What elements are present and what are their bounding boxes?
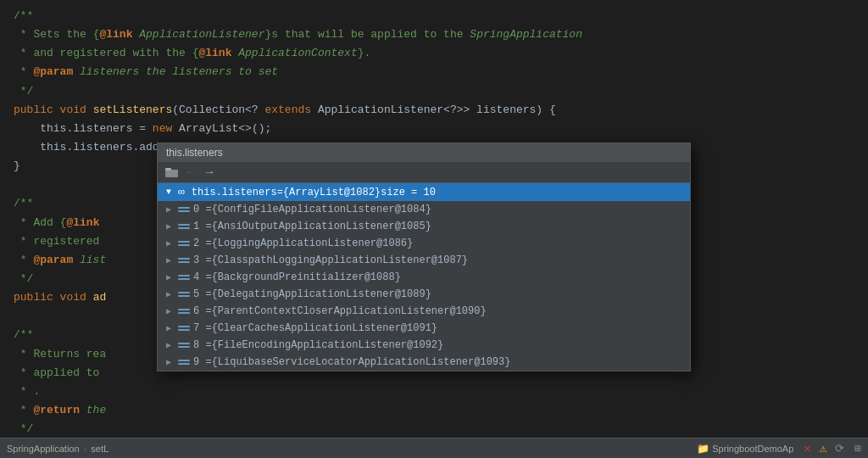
breadcrumb: SpringApplication › setL — [7, 444, 108, 454]
list-icon-1 — [178, 221, 190, 232]
code-line-5: */ — [0, 82, 868, 101]
project-name: SpringbootDemoAp — [712, 444, 793, 454]
expand-arrow-2[interactable]: ▶ — [166, 238, 178, 249]
list-icon-6 — [178, 306, 190, 316]
code-line-23: */ — [0, 420, 868, 438]
list-item-5[interactable]: ▶ 5 = {DelegatingApplicationListener@108… — [158, 286, 690, 303]
svg-rect-0 — [165, 170, 178, 177]
index-8: 8 = — [193, 339, 212, 351]
index-0: 0 = — [193, 204, 212, 215]
value-3: {ClasspathLoggingApplicationListener@108… — [212, 254, 468, 266]
folder-icon-small: 📁 — [697, 443, 709, 455]
value-1: {AnsiOutputApplicationListener@1085} — [212, 221, 431, 232]
list-item-8[interactable]: ▶ 8 = {FileEncodingApplicationListener@1… — [158, 337, 690, 354]
value-4: {BackgroundPreinitializer@1088} — [212, 271, 401, 283]
list-icon-0 — [178, 204, 190, 215]
value-2: {LoggingApplicationListener@1086} — [212, 237, 414, 249]
expand-arrow-5[interactable]: ▶ — [166, 289, 178, 299]
infinity-icon: ∞ — [178, 186, 185, 198]
list-icon-7 — [178, 323, 190, 333]
value-9: {LiquibaseServiceLocatorApplicationListe… — [212, 356, 511, 368]
debug-tooltip[interactable]: this.listeners ← → ▼ ∞ this.listeners = — [157, 142, 691, 371]
index-1: 1 = — [193, 221, 212, 232]
value-0: {ConfigFileApplicationListener@1084} — [212, 204, 431, 215]
popup-title: this.listeners — [166, 147, 223, 159]
value-6: {ParentContextCloserApplicationListener@… — [212, 305, 487, 317]
svg-rect-1 — [165, 168, 171, 170]
index-2: 2 = — [193, 237, 212, 249]
root-size: size = 10 — [381, 187, 436, 198]
breadcrumb-class: SpringApplication — [7, 444, 80, 454]
settings-icon[interactable]: ⊞ — [854, 442, 861, 455]
root-equals: = — [277, 187, 283, 198]
expand-arrow-9[interactable]: ▶ — [166, 357, 178, 367]
index-6: 6 = — [193, 305, 212, 317]
project-file: 📁 SpringbootDemoAp — [697, 443, 793, 455]
breadcrumb-method: setL — [91, 444, 108, 454]
popup-title-bar: this.listeners — [158, 143, 690, 162]
statusbar: SpringApplication › setL 📁 SpringbootDem… — [0, 438, 868, 458]
code-line-21: * . — [0, 383, 868, 401]
warning-icon: ⚠ — [820, 441, 826, 455]
root-variable-name: this.listeners — [192, 187, 277, 198]
list-item-9[interactable]: ▶ 9 = {LiquibaseServiceLocatorApplicatio… — [158, 354, 690, 371]
code-line-1: /** — [0, 7, 868, 25]
root-value: {ArrayList@1082} — [283, 187, 381, 198]
error-icon: ✕ — [804, 441, 810, 455]
expand-arrow-1[interactable]: ▶ — [166, 221, 178, 232]
list-icon-2 — [178, 238, 190, 249]
folder-icon[interactable] — [164, 165, 180, 180]
value-5: {DelegatingApplicationListener@1089} — [212, 288, 431, 300]
expand-arrow-0[interactable]: ▶ — [166, 204, 178, 215]
expand-arrow-7[interactable]: ▶ — [166, 323, 178, 333]
code-line-22: * @return the — [0, 401, 868, 420]
popup-toolbar: ← → — [158, 162, 690, 183]
list-icon-8 — [178, 340, 190, 350]
expand-arrow-4[interactable]: ▶ — [166, 272, 178, 282]
variable-list: ▼ ∞ this.listeners = {ArrayList@1082} si… — [158, 183, 690, 371]
index-5: 5 = — [193, 288, 212, 300]
expand-arrow-8[interactable]: ▶ — [166, 340, 178, 350]
breadcrumb-separator: › — [84, 444, 87, 454]
code-editor: /** * Sets the {@link ApplicationListene… — [0, 0, 868, 458]
code-line-3: * and registered with the {@link Applica… — [0, 44, 868, 63]
list-item-3[interactable]: ▶ 3 = {ClasspathLoggingApplicationListen… — [158, 252, 690, 269]
index-7: 7 = — [193, 322, 212, 334]
forward-icon[interactable]: → — [202, 165, 217, 180]
list-item-2[interactable]: ▶ 2 = {LoggingApplicationListener@1086} — [158, 235, 690, 252]
list-item-7[interactable]: ▶ 7 = {ClearCachesApplicationListener@10… — [158, 320, 690, 337]
expand-arrow-3[interactable]: ▶ — [166, 255, 178, 265]
index-9: 9 = — [193, 356, 212, 368]
list-icon-5 — [178, 289, 190, 299]
value-7: {ClearCachesApplicationListener@1091} — [212, 322, 437, 334]
list-icon-9 — [178, 357, 190, 367]
expand-arrow-6[interactable]: ▶ — [166, 306, 178, 316]
list-item-4[interactable]: ▶ 4 = {BackgroundPreinitializer@1088} — [158, 269, 690, 286]
list-icon-4 — [178, 272, 190, 282]
list-icon-3 — [178, 255, 190, 265]
sync-icon: ⟳ — [835, 442, 844, 455]
code-line-4: * @param listeners the listeners to set — [0, 63, 868, 81]
index-3: 3 = — [193, 254, 212, 266]
code-line-2: * Sets the {@link ApplicationListener}s … — [0, 25, 868, 44]
list-item-6[interactable]: ▶ 6 = {ParentContextCloserApplicationLis… — [158, 303, 690, 320]
code-line-6: public void setListeners(Collection<? ex… — [0, 101, 868, 120]
code-line-7: this.listeners = new ArrayList<>(); — [0, 120, 868, 138]
index-4: 4 = — [193, 271, 212, 283]
value-8: {FileEncodingApplicationListener@1092} — [212, 339, 444, 351]
list-item-root[interactable]: ▼ ∞ this.listeners = {ArrayList@1082} si… — [158, 183, 690, 201]
list-item-0[interactable]: ▶ 0 = {ConfigFileApplicationListener@108… — [158, 201, 690, 218]
list-item-1[interactable]: ▶ 1 = {AnsiOutputApplicationListener@108… — [158, 218, 690, 235]
back-icon[interactable]: ← — [183, 165, 198, 180]
expand-arrow-root[interactable]: ▼ — [166, 187, 178, 197]
